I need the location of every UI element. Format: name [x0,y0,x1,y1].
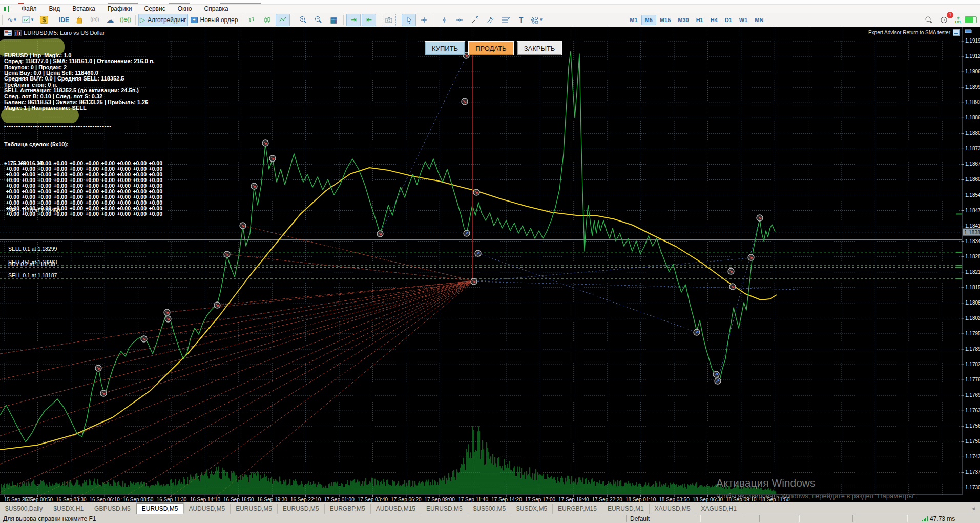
bars-chart-icon[interactable] [245,14,259,26]
time-axis-label: 17 Sep 11:40 [458,497,488,502]
market-watch-icon[interactable]: $ [37,14,51,26]
expert-icon[interactable] [953,29,960,36]
time-axis-label: 16 Sep 16:50 [223,497,254,502]
fibo-icon[interactable] [498,14,513,26]
connection-bar [965,16,977,23]
status-latency[interactable]: 47.73 ms [930,515,955,522]
channel-icon[interactable] [483,14,497,26]
notifications-icon[interactable]: 1 [936,14,951,26]
shapes-icon[interactable]: ▼ [529,14,545,26]
market-bag-icon[interactable] [72,14,87,26]
menu-0[interactable]: Файл [15,5,43,13]
price-axis [963,27,980,502]
expert-label: Expert Advisor Return to SMA tester [868,30,950,35]
timeframe-H1[interactable]: H1 [693,15,707,25]
screenshot-icon[interactable] [382,14,396,26]
search-icon[interactable] [921,14,935,26]
time-axis-label: 16 Sep 06:10 [89,497,120,502]
horizontal-line-icon[interactable] [452,14,467,26]
chart-tab-$USDX,M5[interactable]: $USDX,M5 [511,504,553,514]
price-axis-label: 1.18800 [965,130,980,136]
timeframe-M5[interactable]: M5 [641,15,656,25]
tabs-scroll-arrow[interactable]: ◄ [971,506,976,511]
tile-windows-icon[interactable]: ▦ [326,14,341,26]
timeframe-W1[interactable]: W1 [736,15,752,25]
trade-fan-line [0,281,474,436]
chart-tab-$US500,Daily[interactable]: $US500,Daily [0,504,48,514]
sell-order-label: SELL 0.18 at 1.18460 [8,207,60,213]
timeframe-M1[interactable]: M1 [626,15,641,25]
time-axis-label: 16 Sep 14:10 [190,497,221,502]
chart-tab-EURGBP,M5[interactable]: EURGBP,M5 [325,504,371,514]
close-button[interactable]: ЗАКРЫТЬ [517,42,562,55]
trendline-icon[interactable] [468,14,482,26]
vps-icon[interactable]: ((⊕)) [118,14,133,26]
shift-end-icon[interactable]: ⇥ [346,14,361,26]
ide-button[interactable]: IDE [57,14,71,26]
chart-tab-EURUSD,M5[interactable]: EURUSD,M5 [278,504,325,514]
menu-6[interactable]: Справка [198,5,235,13]
ea-line-9: Magic: 1 | Направление: SELL [4,105,163,111]
chart-profile-icon[interactable]: ▼ [20,14,36,26]
menu-4[interactable]: Сервис [138,5,172,13]
chart-tab-EURUSD,M1[interactable]: EURUSD,M1 [602,504,650,514]
text-tool-icon[interactable]: T [514,14,528,26]
chart-tab-GBPUSD,M5[interactable]: GBPUSD,M5 [89,504,136,514]
vertical-line-icon[interactable] [437,14,451,26]
timeframe-MN[interactable]: MN [751,15,767,25]
menu-1[interactable]: Вид [43,5,67,13]
trade-fan-line [98,281,474,368]
timeframe-M15[interactable]: M15 [656,15,674,25]
algo-trading-button[interactable]: ▷Алготрейдинг [138,14,188,26]
timeframe-M30[interactable]: M30 [674,15,692,25]
chart-area[interactable]: 1.191901.191251.190601.189951.189301.188… [0,27,980,502]
buy-button[interactable]: КУПИТЬ [425,42,465,55]
cursor-icon[interactable] [402,14,416,26]
chart-tab-XAUUSD,M5[interactable]: XAUUSD,M5 [650,504,696,514]
menu-bar: ФайлВидВставкаГрафикиСервисОкноСправка [0,5,980,13]
ea-line-1: Спред: 118377.0 | SMA: 118161.0 | Отклон… [4,58,163,64]
chart-tab-EURUSD,M5[interactable]: EURUSD,M5 [231,504,278,514]
sell-order-label: SELL 0.1 at 1.18187 [8,272,57,278]
line-chart-icon[interactable] [276,14,290,26]
shift-left-icon[interactable]: ⇤ [362,14,376,26]
new-order-button[interactable]: + Новый ордер [189,14,240,26]
symbol-chart-icon[interactable] [14,30,22,36]
signals-icon[interactable]: ((o)) [88,14,102,26]
menu-3[interactable]: Графики [101,5,138,13]
chart-tab-XAGUSD,H1[interactable]: XAGUSD,H1 [696,504,742,514]
window-titlebar[interactable] [0,0,980,5]
chart-tab-EURUSD,M5[interactable]: EURUSD,M5 [421,504,468,514]
status-profile[interactable]: Default [630,515,650,522]
chart-style-icon[interactable]: ∿▼ [5,14,19,26]
chart-tab-$US500,M5[interactable]: $US500,M5 [468,504,511,514]
price-axis-label: 1.17955 [965,331,980,336]
price-axis-label: 1.18345 [965,238,980,244]
chart-tab-$USDX,H1[interactable]: $USDX,H1 [48,504,89,514]
timeframe-D1[interactable]: D1 [721,15,736,25]
price-axis-label: 1.17630 [965,408,980,413]
menu-2[interactable]: Вставка [66,5,101,13]
chart-tab-AUDUSD,M5[interactable]: AUDUSD,M5 [183,504,231,514]
zoom-out-icon[interactable] [311,14,325,26]
crosshair-icon[interactable] [417,14,431,26]
ea-comment-panel: EURUSD | Inp_Magic: 1.0Спред: 118377.0 |… [4,41,163,229]
price-axis-label: 1.18540 [965,192,980,198]
timeframe-H4[interactable]: H4 [707,15,721,25]
zoom-in-icon[interactable] [296,14,310,26]
trade-link-line [474,258,751,281]
candles-chart-icon[interactable] [260,14,275,26]
lvl-icon[interactable]: ⇧LVL [955,16,962,24]
sell-button[interactable]: ПРОДАТЬ [469,42,513,55]
depth-of-market-icon[interactable] [4,30,12,36]
trade-fan-line [144,281,474,339]
trade-fan-line [184,281,474,502]
chart-tab-EURGBP,M15[interactable]: EURGBP,M15 [553,504,602,514]
cloud-icon[interactable]: ☁ [103,14,117,26]
chart-tab-EURUSD,M5[interactable]: EURUSD,M5 [136,503,184,514]
price-axis-label: 1.18735 [965,146,980,151]
price-axis-label: 1.17500 [965,438,980,444]
chart-tab-AUDUSD,M15[interactable]: AUDUSD,M15 [371,504,421,514]
trade-fan-line [31,281,474,502]
menu-5[interactable]: Окно [172,5,198,13]
